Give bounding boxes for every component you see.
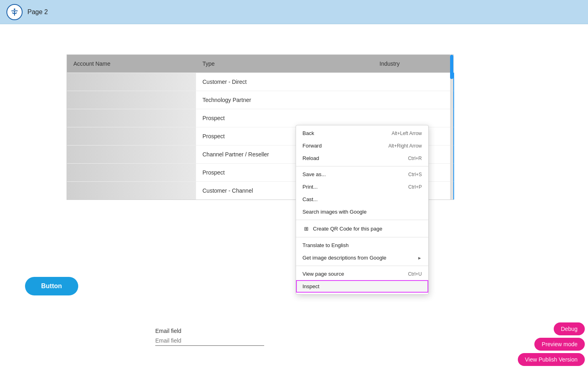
context-menu-image-descriptions[interactable]: Get image descriptions from Google ► <box>296 252 428 264</box>
email-field-container: Email field <box>155 328 264 346</box>
col-account-name: Account Name <box>67 55 196 73</box>
context-menu-reload-shortcut: Ctrl+R <box>408 156 422 161</box>
context-menu-view-source-label: View page source <box>302 271 405 277</box>
email-field-label: Email field <box>155 328 264 334</box>
preview-mode-button[interactable]: Preview mode <box>534 338 585 351</box>
main-content: Account Name Type Industry Customer - Di… <box>0 24 588 370</box>
table-cell-industry <box>325 91 454 109</box>
table-row <box>67 91 196 109</box>
qr-code-icon: ⊞ <box>302 225 310 232</box>
context-menu-reload[interactable]: Reload Ctrl+R <box>296 152 428 164</box>
col-industry: Industry <box>325 55 454 73</box>
context-menu-cast[interactable]: Cast... <box>296 193 428 206</box>
accessibility-icon[interactable] <box>6 4 23 20</box>
context-menu-forward-label: Forward <box>302 143 385 149</box>
col-type: Type <box>196 55 325 73</box>
email-field-input[interactable] <box>155 336 264 346</box>
context-menu-forward-shortcut: Alt+Right Arrow <box>388 143 422 149</box>
context-menu-save-as-label: Save as... <box>302 171 405 177</box>
table-cell-industry <box>325 109 454 127</box>
context-menu-save-as[interactable]: Save as... Ctrl+S <box>296 168 428 181</box>
context-menu-divider-1 <box>296 166 428 166</box>
header: Page 2 <box>0 0 588 24</box>
context-menu-translate[interactable]: Translate to English <box>296 239 428 252</box>
context-menu-print-shortcut: Ctrl+P <box>408 184 422 190</box>
context-menu-back-shortcut: Alt+Left Arrow <box>392 131 422 136</box>
context-menu-reload-label: Reload <box>302 155 405 161</box>
context-menu-create-qr[interactable]: ⊞ Create QR Code for this page <box>296 222 428 235</box>
table-row <box>67 163 196 181</box>
floating-buttons: Debug Preview mode View Publish Version <box>518 322 585 366</box>
table-row <box>67 181 196 200</box>
table-row <box>67 145 196 163</box>
page-title: Page 2 <box>27 8 48 16</box>
table-row <box>67 109 196 127</box>
debug-button[interactable]: Debug <box>554 322 585 335</box>
context-menu-view-source-shortcut: Ctrl+U <box>408 271 422 277</box>
context-menu-search-images[interactable]: Search images with Google <box>296 206 428 218</box>
submenu-arrow-icon: ► <box>417 256 422 260</box>
context-menu-print[interactable]: Print... Ctrl+P <box>296 181 428 193</box>
table-row <box>67 127 196 145</box>
context-menu-forward[interactable]: Forward Alt+Right Arrow <box>296 139 428 152</box>
context-menu-back[interactable]: Back Alt+Left Arrow <box>296 127 428 139</box>
view-publish-version-button[interactable]: View Publish Version <box>518 353 585 366</box>
context-menu-divider-3 <box>296 237 428 237</box>
scrollbar-thumb[interactable] <box>450 55 453 79</box>
context-menu-inspect-label: Inspect <box>302 283 422 289</box>
context-menu-divider-4 <box>296 266 428 266</box>
context-menu-print-label: Print... <box>302 184 405 190</box>
context-menu-translate-label: Translate to English <box>302 242 422 248</box>
table-cell-type: Customer - Direct <box>196 73 325 91</box>
context-menu-save-as-shortcut: Ctrl+S <box>408 172 422 177</box>
table-cell-industry <box>325 73 454 91</box>
context-menu-cast-label: Cast... <box>302 196 422 202</box>
main-button[interactable]: Button <box>25 277 78 295</box>
table-row <box>67 73 196 91</box>
table-cell-type: Technology Partner <box>196 91 325 109</box>
context-menu-inspect[interactable]: Inspect <box>296 280 428 293</box>
table-scrollbar[interactable] <box>450 55 453 200</box>
context-menu-divider-2 <box>296 220 428 220</box>
svg-point-0 <box>14 8 15 10</box>
context-menu-image-descriptions-label: Get image descriptions from Google <box>302 255 414 261</box>
table-header: Account Name Type Industry <box>67 55 453 73</box>
context-menu-back-label: Back <box>302 130 388 136</box>
table-cell-type: Prospect <box>196 109 325 127</box>
context-menu-search-images-label: Search images with Google <box>302 209 422 215</box>
context-menu: Back Alt+Left Arrow Forward Alt+Right Ar… <box>296 125 429 295</box>
context-menu-create-qr-label: Create QR Code for this page <box>313 226 422 232</box>
context-menu-view-source[interactable]: View page source Ctrl+U <box>296 268 428 280</box>
